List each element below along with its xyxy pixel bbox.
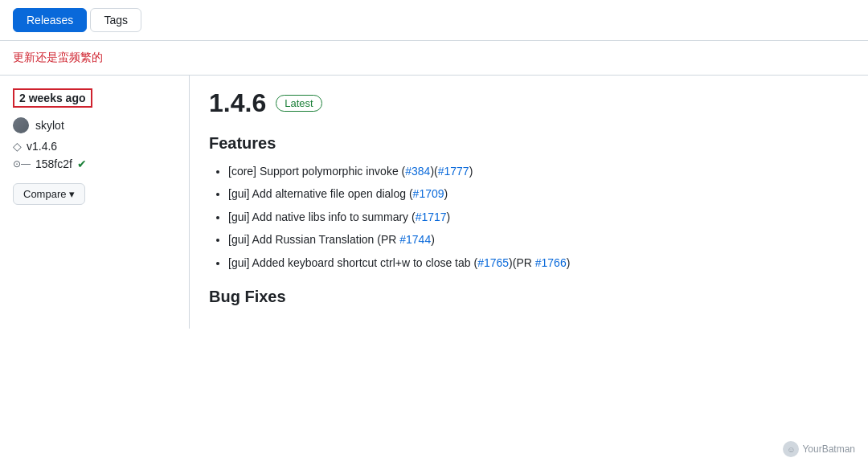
compare-button[interactable]: Compare ▾: [13, 183, 85, 205]
sidebar: 2 weeks ago skylot ◇ v1.4.6 ⊙— 158fc2f ✔…: [13, 76, 190, 329]
link-1765[interactable]: #1765: [477, 256, 509, 269]
tab-tags[interactable]: Tags: [90, 8, 141, 32]
tag-label[interactable]: v1.4.6: [27, 140, 57, 153]
chevron-down-icon: ▾: [69, 188, 75, 200]
features-list: [core] Support polymorphic invoke (#384)…: [209, 162, 836, 272]
username-label[interactable]: skylot: [35, 119, 64, 132]
content-area: 2 weeks ago skylot ◇ v1.4.6 ⊙— 158fc2f ✔…: [0, 75, 868, 329]
list-item: [core] Support polymorphic invoke (#384)…: [228, 162, 836, 180]
annotation-text: 更新还是蛮频繁的: [13, 51, 103, 63]
link-1766[interactable]: #1766: [535, 256, 567, 269]
release-content: 1.4.6 Latest Features [core] Support pol…: [190, 76, 855, 329]
release-header: 1.4.6 Latest: [209, 88, 836, 118]
list-item: [gui] Added keyboard shortcut ctrl+w to …: [228, 254, 836, 272]
bugfixes-title: Bug Fixes: [209, 288, 836, 306]
sidebar-user: skylot: [13, 117, 176, 133]
list-item: [gui] Add Russian Translation (PR #1744): [228, 231, 836, 248]
tab-releases[interactable]: Releases: [13, 8, 87, 32]
compare-label: Compare: [23, 188, 66, 200]
list-item: [gui] Add alternative file open dialog (…: [228, 185, 836, 202]
sidebar-tag: ◇ v1.4.6: [13, 140, 176, 153]
release-version: 1.4.6: [209, 88, 266, 118]
link-1717[interactable]: #1717: [416, 210, 447, 223]
latest-badge: Latest: [276, 95, 321, 112]
link-1709[interactable]: #1709: [413, 187, 444, 200]
commit-icon: ⊙—: [13, 158, 31, 170]
tag-icon: ◇: [13, 140, 22, 153]
link-384[interactable]: #384: [405, 165, 430, 178]
link-1744[interactable]: #1744: [399, 233, 431, 246]
features-title: Features: [209, 134, 836, 153]
tab-bar: Releases Tags: [0, 0, 868, 41]
sidebar-commit: ⊙— 158fc2f ✔: [13, 157, 176, 170]
avatar: [13, 117, 29, 133]
link-1777[interactable]: #1777: [438, 165, 469, 178]
verified-icon: ✔: [77, 157, 87, 170]
commit-hash[interactable]: 158fc2f: [35, 157, 72, 170]
list-item: [gui] Add native libs info to summary (#…: [228, 208, 836, 226]
annotation-bar: 更新还是蛮频繁的: [0, 41, 868, 68]
release-time: 2 weeks ago: [13, 88, 92, 108]
